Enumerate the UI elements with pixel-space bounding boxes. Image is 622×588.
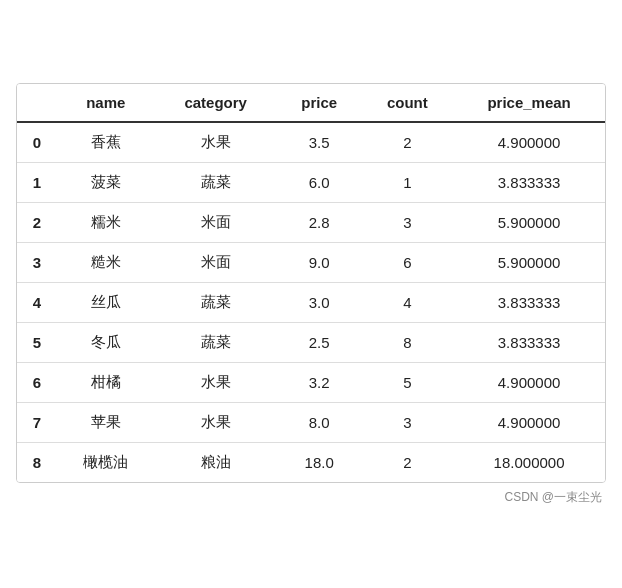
table-row: 4丝瓜蔬菜3.043.833333 <box>17 282 605 322</box>
cell-index: 0 <box>17 122 57 163</box>
cell-count: 3 <box>362 402 454 442</box>
cell-index: 1 <box>17 162 57 202</box>
cell-price: 18.0 <box>277 442 362 482</box>
table-row: 1菠菜蔬菜6.013.833333 <box>17 162 605 202</box>
table-row: 3糙米米面9.065.900000 <box>17 242 605 282</box>
col-header-count: count <box>362 84 454 122</box>
cell-price: 2.5 <box>277 322 362 362</box>
cell-count: 1 <box>362 162 454 202</box>
cell-price: 9.0 <box>277 242 362 282</box>
table-row: 8橄榄油粮油18.0218.000000 <box>17 442 605 482</box>
cell-price: 3.0 <box>277 282 362 322</box>
cell-price_mean: 4.900000 <box>453 362 605 402</box>
cell-index: 8 <box>17 442 57 482</box>
cell-name: 香蕉 <box>57 122 155 163</box>
cell-price: 3.2 <box>277 362 362 402</box>
col-header-price: price <box>277 84 362 122</box>
cell-name: 糯米 <box>57 202 155 242</box>
cell-price_mean: 3.833333 <box>453 162 605 202</box>
cell-index: 6 <box>17 362 57 402</box>
table-row: 0香蕉水果3.524.900000 <box>17 122 605 163</box>
cell-category: 水果 <box>155 402 277 442</box>
cell-category: 粮油 <box>155 442 277 482</box>
cell-price_mean: 5.900000 <box>453 202 605 242</box>
cell-count: 4 <box>362 282 454 322</box>
cell-price_mean: 4.900000 <box>453 402 605 442</box>
cell-count: 8 <box>362 322 454 362</box>
cell-index: 3 <box>17 242 57 282</box>
cell-name: 糙米 <box>57 242 155 282</box>
cell-price_mean: 3.833333 <box>453 282 605 322</box>
cell-name: 柑橘 <box>57 362 155 402</box>
col-header-category: category <box>155 84 277 122</box>
table-row: 2糯米米面2.835.900000 <box>17 202 605 242</box>
cell-price: 6.0 <box>277 162 362 202</box>
cell-category: 蔬菜 <box>155 322 277 362</box>
table-header-row: name category price count price_mean <box>17 84 605 122</box>
cell-category: 米面 <box>155 242 277 282</box>
cell-index: 2 <box>17 202 57 242</box>
cell-category: 米面 <box>155 202 277 242</box>
cell-index: 7 <box>17 402 57 442</box>
table-row: 5冬瓜蔬菜2.583.833333 <box>17 322 605 362</box>
cell-price_mean: 3.833333 <box>453 322 605 362</box>
cell-count: 2 <box>362 122 454 163</box>
cell-price: 8.0 <box>277 402 362 442</box>
data-table: name category price count price_mean 0香蕉… <box>16 83 606 483</box>
cell-price: 3.5 <box>277 122 362 163</box>
cell-price: 2.8 <box>277 202 362 242</box>
cell-count: 6 <box>362 242 454 282</box>
col-header-price-mean: price_mean <box>453 84 605 122</box>
table-row: 7苹果水果8.034.900000 <box>17 402 605 442</box>
cell-index: 4 <box>17 282 57 322</box>
cell-category: 水果 <box>155 122 277 163</box>
cell-name: 冬瓜 <box>57 322 155 362</box>
table-row: 6柑橘水果3.254.900000 <box>17 362 605 402</box>
cell-price_mean: 5.900000 <box>453 242 605 282</box>
cell-name: 苹果 <box>57 402 155 442</box>
cell-count: 2 <box>362 442 454 482</box>
cell-category: 蔬菜 <box>155 282 277 322</box>
cell-price_mean: 4.900000 <box>453 122 605 163</box>
col-header-name: name <box>57 84 155 122</box>
cell-count: 5 <box>362 362 454 402</box>
cell-category: 蔬菜 <box>155 162 277 202</box>
cell-name: 菠菜 <box>57 162 155 202</box>
cell-category: 水果 <box>155 362 277 402</box>
cell-price_mean: 18.000000 <box>453 442 605 482</box>
cell-index: 5 <box>17 322 57 362</box>
cell-count: 3 <box>362 202 454 242</box>
col-header-index <box>17 84 57 122</box>
cell-name: 丝瓜 <box>57 282 155 322</box>
cell-name: 橄榄油 <box>57 442 155 482</box>
watermark: CSDN @一束尘光 <box>16 489 606 506</box>
